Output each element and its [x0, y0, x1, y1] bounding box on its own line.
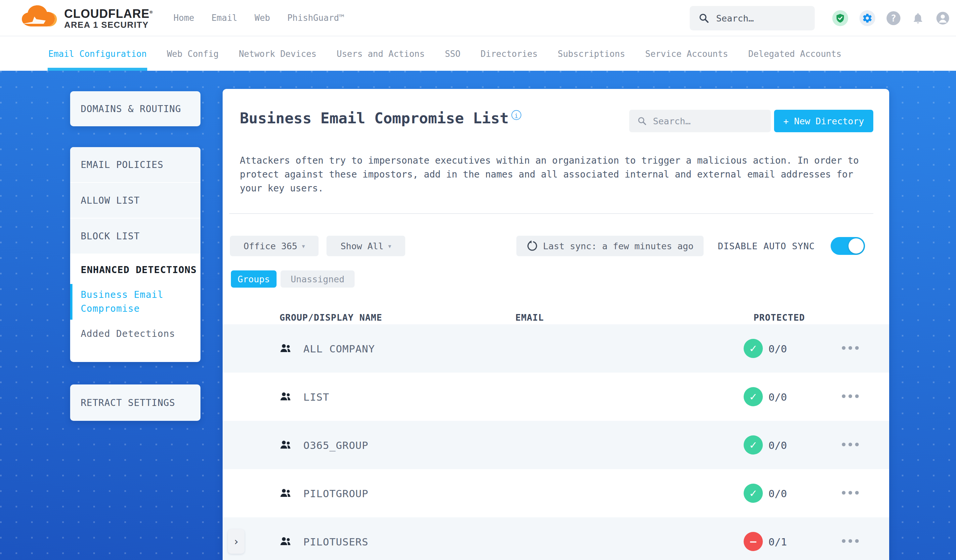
top-nav-web[interactable]: Web	[255, 13, 270, 23]
security-status-button[interactable]	[832, 10, 848, 26]
sidebar-policies-card: EMAIL POLICIES ALLOW LIST BLOCK LIST ENH…	[70, 147, 200, 362]
shield-check-icon	[835, 13, 845, 23]
allow-list-label: ALLOW LIST	[81, 195, 140, 206]
tab-delegated-accounts[interactable]: Delegated Accounts	[748, 37, 841, 71]
block-list-label: BLOCK LIST	[81, 231, 140, 242]
sidebar-item-email-policies[interactable]: EMAIL POLICIES	[70, 147, 200, 183]
protected-count: 0/0	[769, 391, 787, 403]
table-row[interactable]: › ALL COMPANY ✓ 0/0	[223, 324, 889, 373]
search-icon	[698, 13, 709, 24]
column-header-email: EMAIL	[516, 312, 544, 323]
row-name: LIST	[303, 391, 329, 403]
retract-settings-label: RETRACT SETTINGS	[81, 397, 175, 408]
directory-select[interactable]: Office 365 ▾	[230, 236, 319, 256]
sidebar-item-business-email-compromise[interactable]: Business Email Compromise	[81, 285, 200, 318]
content-area: DOMAINS & ROUTING EMAIL POLICIES ALLOW L…	[0, 71, 956, 560]
row-actions-menu-button[interactable]	[842, 539, 859, 543]
help-button[interactable]: ?	[887, 11, 901, 25]
row-actions-menu-button[interactable]	[842, 346, 859, 350]
sidebar-item-allow-list[interactable]: ALLOW LIST	[70, 183, 200, 218]
row-actions-menu-button[interactable]	[842, 442, 859, 446]
sidebar-domains-label: DOMAINS & ROUTING	[81, 104, 181, 115]
page-title: Business Email Compromise Listi	[240, 110, 521, 127]
sidebar-item-block-list[interactable]: BLOCK LIST	[70, 218, 200, 254]
last-sync-label: Last sync: a few minutes ago	[543, 241, 693, 251]
auto-sync-toggle[interactable]	[831, 237, 865, 255]
global-search-input[interactable]: Search…	[690, 6, 815, 30]
tab-directories[interactable]: Directories	[481, 37, 538, 71]
row-name: PILOTUSERS	[303, 536, 368, 548]
tab-web-config[interactable]: Web Config	[167, 37, 219, 71]
sidebar-item-enhanced-detections[interactable]: ENHANCED DETECTIONS	[81, 263, 200, 277]
account-button[interactable]	[936, 11, 950, 25]
tab-sso[interactable]: SSO	[445, 37, 461, 71]
row-name: O365_GROUP	[303, 439, 368, 451]
column-header-group-display-name: GROUP/DISPLAY NAME	[280, 312, 382, 323]
group-people-icon	[279, 535, 292, 548]
search-icon	[637, 116, 647, 126]
sidebar-item-retract-settings[interactable]: RETRACT SETTINGS	[70, 384, 200, 421]
group-people-icon	[279, 390, 292, 403]
page-description: Attackers often try to impersonate execu…	[240, 154, 868, 195]
sidebar-item-domains-routing[interactable]: DOMAINS & ROUTING	[70, 91, 200, 126]
bell-icon	[912, 12, 924, 25]
table-row[interactable]: › O365_GROUP ✓ 0/0	[223, 421, 889, 469]
table-row[interactable]: › PILOTUSERS − 0/1	[223, 518, 889, 560]
protected-status-icon: ✓	[744, 339, 763, 358]
row-actions-menu-button[interactable]	[842, 491, 859, 494]
row-name: PILOTGROUP	[303, 488, 368, 499]
chevron-down-icon: ▾	[388, 243, 392, 249]
tab-email-configuration[interactable]: Email Configuration	[48, 37, 146, 71]
user-avatar-icon	[936, 11, 950, 25]
tab-network-devices[interactable]: Network Devices	[239, 37, 316, 71]
notifications-button[interactable]	[912, 12, 924, 25]
toggle-knob	[849, 238, 864, 254]
top-nav-phishguard[interactable]: PhishGuard™	[287, 13, 344, 23]
protected-count: 0/0	[769, 439, 787, 451]
refresh-icon	[526, 240, 538, 252]
top-nav-email[interactable]: Email	[211, 13, 237, 23]
cloudflare-cloud-icon	[19, 5, 60, 31]
list-search-placeholder: Search…	[653, 116, 691, 126]
tab-groups[interactable]: Groups	[231, 270, 277, 288]
question-icon: ?	[891, 13, 896, 24]
sidebar-enhanced-detections-section: ENHANCED DETECTIONS Business Email Compr…	[70, 254, 200, 341]
show-filter-value: Show All	[340, 241, 384, 251]
table-row[interactable]: › PILOTGROUP ✓ 0/0	[223, 469, 889, 518]
section-divider	[229, 213, 873, 214]
cloudflare-logo[interactable]: CLOUDFLARE® AREA 1 SECURITY	[19, 5, 153, 31]
last-sync-button[interactable]: Last sync: a few minutes ago	[516, 236, 704, 256]
top-nav: Home Email Web PhishGuard™	[174, 13, 344, 23]
expand-row-button[interactable]: ›	[228, 529, 244, 554]
secondary-nav: Email Configuration Web Config Network D…	[0, 37, 956, 71]
email-policies-label: EMAIL POLICIES	[81, 159, 164, 170]
brand-subtitle: AREA 1 SECURITY	[64, 20, 153, 30]
table-row[interactable]: › LIST ✓ 0/0	[223, 373, 889, 421]
list-search-input[interactable]: Search…	[629, 110, 771, 132]
tab-service-accounts[interactable]: Service Accounts	[645, 37, 728, 71]
protected-status-icon: ✓	[744, 435, 763, 455]
brand-name: CLOUDFLARE®	[64, 6, 153, 20]
auto-sync-label: DISABLE AUTO SYNC	[718, 236, 815, 256]
tab-subscriptions[interactable]: Subscriptions	[558, 37, 625, 71]
tab-users-and-actions[interactable]: Users and Actions	[337, 37, 425, 71]
top-nav-home[interactable]: Home	[174, 13, 195, 23]
top-bar: CLOUDFLARE® AREA 1 SECURITY Home Email W…	[0, 0, 956, 36]
column-header-protected: PROTECTED	[753, 312, 805, 323]
group-people-icon	[279, 486, 292, 500]
show-filter-select[interactable]: Show All ▾	[327, 236, 405, 256]
protected-status-icon: ✓	[744, 484, 763, 503]
protected-count: 0/0	[769, 343, 787, 355]
global-search-placeholder: Search…	[716, 13, 754, 24]
protected-status-icon: ✓	[744, 387, 763, 406]
main-panel: Business Email Compromise Listi Search… …	[223, 89, 889, 560]
info-icon[interactable]: i	[511, 110, 521, 120]
table-body: › ALL COMPANY ✓ 0/0 › LIST ✓ 0/0 ›	[223, 324, 889, 560]
protected-count: 0/1	[769, 536, 787, 548]
new-directory-button[interactable]: + New Directory	[774, 110, 873, 132]
sidebar-item-added-detections[interactable]: Added Detections	[81, 327, 200, 341]
settings-button[interactable]	[859, 10, 875, 26]
row-actions-menu-button[interactable]	[842, 394, 859, 398]
tab-unassigned[interactable]: Unassigned	[280, 270, 355, 288]
directory-select-value: Office 365	[244, 241, 297, 251]
